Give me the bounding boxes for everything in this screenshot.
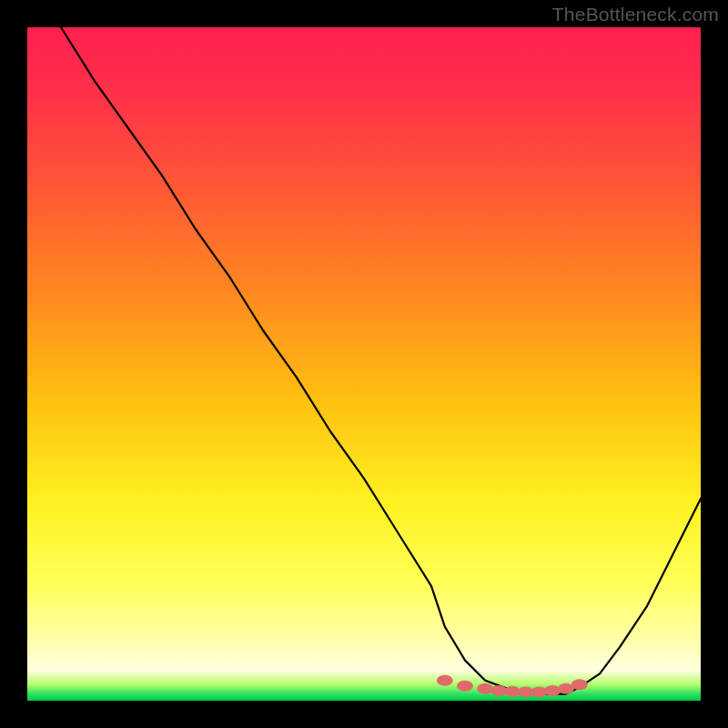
optimum-marker bbox=[477, 683, 493, 694]
chart-overlay bbox=[27, 27, 701, 701]
optimum-marker bbox=[571, 679, 588, 690]
optimum-marker bbox=[457, 681, 473, 692]
plot-area bbox=[27, 27, 701, 701]
chart-frame: TheBottleneck.com bbox=[0, 0, 728, 728]
optimum-marker bbox=[544, 685, 561, 696]
watermark-label: TheBottleneck.com bbox=[552, 4, 719, 25]
bottleneck-curve bbox=[61, 27, 701, 694]
optimum-marker bbox=[437, 675, 453, 686]
